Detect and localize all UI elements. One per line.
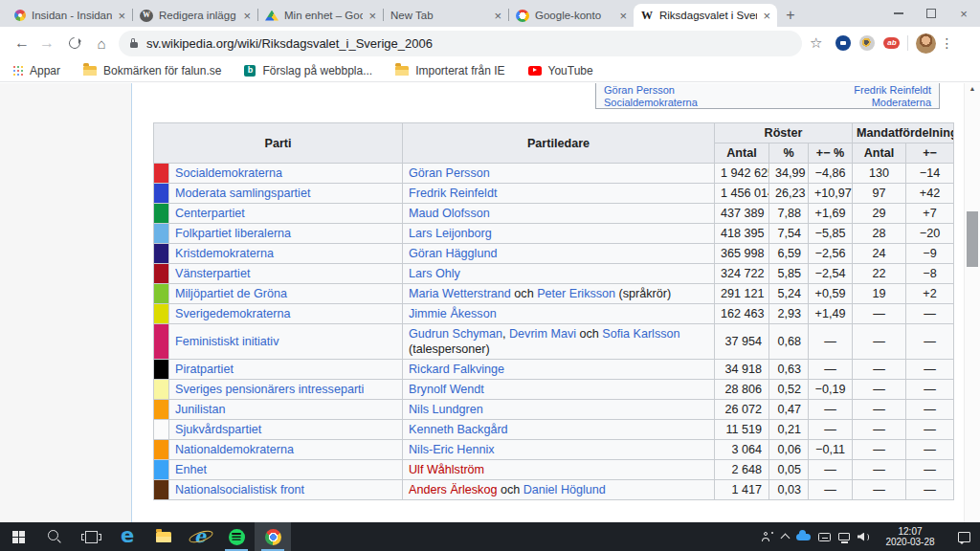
leader-text: , bbox=[502, 327, 509, 341]
chrome-taskbar-button[interactable] bbox=[255, 522, 291, 551]
party-link[interactable]: Feministiskt initiativ bbox=[175, 335, 278, 348]
bookmark-item-3[interactable]: Förslag på webbpla... bbox=[244, 64, 372, 77]
leader-link[interactable]: Kenneth Backgård bbox=[409, 423, 508, 436]
tab-4[interactable]: New Tab× bbox=[384, 4, 508, 27]
party-link[interactable]: Nationaldemokraterna bbox=[175, 443, 294, 456]
onedrive-icon[interactable] bbox=[796, 534, 811, 540]
leader-link[interactable]: Nils Lundgren bbox=[409, 403, 483, 416]
leader-link[interactable]: Nils-Eric Hennix bbox=[409, 443, 495, 456]
leader-link[interactable]: Anders Ärleskog bbox=[409, 483, 497, 496]
tab-close-button[interactable]: × bbox=[763, 9, 770, 23]
page-scrollbar[interactable]: ▲ bbox=[964, 83, 980, 522]
party-cell: Sjukvårdspartiet bbox=[169, 420, 403, 440]
tab-1[interactable]: Insidan - Insidan× bbox=[8, 4, 132, 27]
bookmark-item-1[interactable]: Appar bbox=[13, 64, 60, 77]
taskview-taskbar-button[interactable] bbox=[73, 522, 109, 551]
leader-link[interactable]: Peter Eriksson bbox=[537, 287, 615, 300]
people-icon[interactable] bbox=[762, 532, 774, 541]
leader-link[interactable]: Sofia Karlsson bbox=[602, 327, 679, 341]
leader-link[interactable]: Göran Persson bbox=[409, 166, 490, 180]
explorer-taskbar-button[interactable] bbox=[145, 522, 182, 551]
spotify-taskbar-button[interactable] bbox=[218, 522, 255, 551]
leader-link[interactable]: Brynolf Wendt bbox=[409, 383, 484, 396]
tab-2[interactable]: Redigera inlägg « Ad× bbox=[133, 4, 257, 27]
chevron-up-icon[interactable] bbox=[781, 534, 791, 543]
minimize-button[interactable] bbox=[882, 0, 915, 27]
leader-link[interactable]: Maria Wetterstrand bbox=[409, 287, 511, 300]
tab-5[interactable]: Google-konto× bbox=[509, 4, 634, 27]
party-link[interactable]: Nationalsocialistisk front bbox=[175, 483, 304, 496]
party-link[interactable]: Vänsterpartiet bbox=[175, 267, 250, 280]
forward-button[interactable]: → bbox=[34, 34, 59, 52]
leader-link[interactable]: Maud Olofsson bbox=[409, 207, 490, 220]
party-cell: Folkpartiet liberalerna bbox=[169, 224, 403, 244]
volume-icon[interactable] bbox=[858, 532, 870, 542]
address-bar[interactable]: sv.wikipedia.org/wiki/Riksdagsvalet_i_Sv… bbox=[119, 31, 802, 56]
infobox-right-party-link[interactable]: Moderaterna bbox=[872, 97, 931, 109]
leader-link[interactable]: Lars Leijonborg bbox=[409, 227, 492, 240]
tab-close-button[interactable]: × bbox=[494, 9, 501, 23]
tab-close-button[interactable]: × bbox=[118, 9, 125, 23]
edge-taskbar-button[interactable] bbox=[109, 522, 145, 551]
party-link[interactable]: Centerpartiet bbox=[175, 207, 245, 220]
leader-link[interactable]: Jimmie Åkesson bbox=[409, 307, 497, 320]
infobox-right-leader-link[interactable]: Fredrik Reinfeldt bbox=[854, 84, 931, 97]
party-link[interactable]: Socialdemokraterna bbox=[175, 166, 282, 180]
bookmark-item-4[interactable]: Importerat från IE bbox=[395, 64, 504, 77]
maximize-button[interactable] bbox=[915, 0, 947, 27]
party-link[interactable]: Sverigedemokraterna bbox=[175, 307, 290, 320]
leader-text: och bbox=[497, 483, 523, 496]
votes-cell: 418 395 bbox=[715, 224, 769, 244]
keyboard-icon[interactable] bbox=[818, 533, 831, 541]
downloader-extension-icon[interactable] bbox=[859, 35, 875, 51]
reload-icon[interactable] bbox=[67, 35, 83, 52]
network-icon[interactable] bbox=[838, 533, 850, 540]
tab-close-button[interactable]: × bbox=[368, 9, 376, 23]
tab-close-button[interactable]: × bbox=[619, 9, 627, 23]
party-link[interactable]: Folkpartiet liberalerna bbox=[175, 227, 291, 240]
leader-link[interactable]: Devrim Mavi bbox=[509, 327, 576, 341]
search-taskbar-button[interactable] bbox=[36, 522, 73, 551]
home-button[interactable]: ⌂ bbox=[90, 35, 113, 52]
party-link[interactable]: Moderata samlingspartiet bbox=[175, 187, 310, 200]
taskbar-clock[interactable]: 12:07 2020-03-28 bbox=[881, 526, 939, 547]
party-link[interactable]: Piratpartiet bbox=[175, 363, 234, 376]
party-link[interactable]: Kristdemokraterna bbox=[175, 247, 274, 260]
leader-link[interactable]: Fredrik Reinfeldt bbox=[409, 187, 497, 200]
browser-menu-button[interactable]: ⋮ bbox=[936, 35, 957, 51]
party-link[interactable]: Sjukvårdspartiet bbox=[175, 423, 261, 436]
leader-link[interactable]: Daniel Höglund bbox=[523, 483, 606, 496]
leader-link[interactable]: Ulf Wåhlström bbox=[409, 463, 484, 476]
party-link[interactable]: Enhet bbox=[175, 463, 207, 476]
party-link[interactable]: Miljöpartiet de Gröna bbox=[175, 287, 287, 300]
infobox-left-party-link[interactable]: Socialdemokraterna bbox=[604, 97, 698, 109]
scroll-up-arrow-icon[interactable]: ▲ bbox=[965, 85, 980, 92]
new-tab-button[interactable]: + bbox=[777, 4, 804, 27]
table-row: NationaldemokraternaNils-Eric Hennix3 06… bbox=[154, 440, 954, 460]
party-link[interactable]: Sveriges pensionärers intresseparti bbox=[175, 383, 364, 396]
back-button[interactable]: ← bbox=[10, 34, 34, 52]
adblock-extension-icon[interactable] bbox=[883, 37, 900, 49]
bookmark-item-2[interactable]: Bokmärken för falun.se bbox=[83, 64, 221, 77]
party-link[interactable]: Junilistan bbox=[175, 403, 226, 416]
url-text[interactable]: sv.wikipedia.org/wiki/Riksdagsvalet_i_Sv… bbox=[146, 36, 433, 51]
profile-avatar[interactable] bbox=[916, 33, 936, 54]
seats-cell: — bbox=[853, 420, 906, 440]
leader-link[interactable]: Gudrun Schyman bbox=[409, 327, 502, 341]
leader-link[interactable]: Göran Hägglund bbox=[409, 247, 497, 260]
bookmark-item-5[interactable]: YouTube bbox=[528, 64, 593, 77]
ie-taskbar-button[interactable] bbox=[182, 522, 218, 551]
close-button[interactable]: × bbox=[947, 0, 980, 27]
action-center-icon[interactable] bbox=[958, 532, 970, 542]
infobox-left-leader-link[interactable]: Göran Persson bbox=[604, 84, 675, 97]
leader-link[interactable]: Lars Ohly bbox=[409, 267, 460, 280]
scrollbar-thumb[interactable] bbox=[967, 211, 978, 267]
tab-close-button[interactable]: × bbox=[243, 9, 251, 23]
tab-6[interactable]: Riksdagsvalet i Sveri× bbox=[634, 4, 777, 27]
start-taskbar-button[interactable] bbox=[0, 522, 36, 551]
leader-link[interactable]: Rickard Falkvinge bbox=[409, 363, 504, 376]
chat-extension-icon[interactable] bbox=[835, 35, 851, 51]
party-color-swatch bbox=[154, 164, 169, 184]
tab-3[interactable]: Min enhet – Google D× bbox=[258, 4, 383, 27]
bookmark-star-icon[interactable]: ☆ bbox=[810, 34, 822, 52]
